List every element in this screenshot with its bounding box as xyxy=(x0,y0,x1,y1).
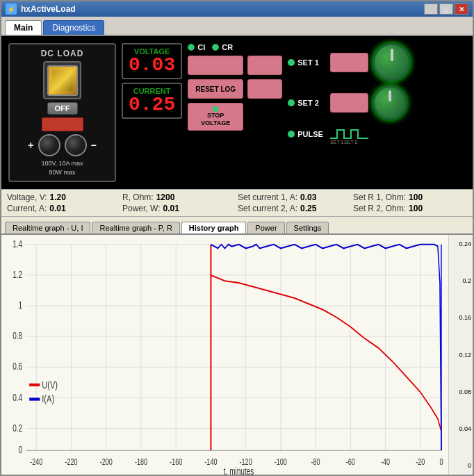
svg-text:-100: -100 xyxy=(275,457,287,467)
off-label: OFF xyxy=(47,102,78,115)
setr1-val: 100 xyxy=(409,192,423,202)
svg-text:SET 2: SET 2 xyxy=(344,140,357,144)
power-switch[interactable] xyxy=(47,65,78,96)
set-section: SET 1 SET 2 xyxy=(288,43,411,182)
window-controls: _ □ ✕ xyxy=(424,3,468,15)
svg-text:-240: -240 xyxy=(30,457,42,467)
current-value: 0.25 xyxy=(129,95,175,115)
voltage-value: 0.03 xyxy=(129,56,175,75)
svg-text:0: 0 xyxy=(439,457,443,467)
ci-radio[interactable]: CI xyxy=(188,43,205,51)
close-button[interactable]: ✕ xyxy=(455,3,468,15)
reset-log-button[interactable]: RESET LOG xyxy=(188,79,243,99)
svg-text:0.8: 0.8 xyxy=(13,331,22,342)
tab-diagnostics[interactable]: Diagnostics xyxy=(43,20,104,35)
cr-led xyxy=(212,44,219,51)
graph-tabs: Realtime graph - U, I Realtime graph - P… xyxy=(1,217,473,235)
pulse-led xyxy=(288,131,295,138)
minimize-button[interactable]: _ xyxy=(424,3,438,15)
instrument-panel: DC LOAD OFF + − 100V, 10A max80W max xyxy=(1,36,473,189)
tab-settings[interactable]: Settings xyxy=(286,222,329,233)
set1-knob[interactable] xyxy=(373,43,411,81)
svg-text:-60: -60 xyxy=(346,457,355,467)
svg-text:1: 1 xyxy=(19,300,23,311)
set2-knob[interactable] xyxy=(373,85,407,120)
ci-cr-row: CI CR xyxy=(188,43,282,51)
setcurrent1-val: 0.03 xyxy=(300,192,316,202)
setr1-key: Set R 1, Ohm: xyxy=(353,192,406,202)
maximize-button[interactable]: □ xyxy=(439,3,453,15)
svg-text:0: 0 xyxy=(19,445,23,456)
svg-rect-2 xyxy=(1,235,448,475)
dc-load-label: DC LOAD xyxy=(41,49,84,58)
svg-text:-20: -20 xyxy=(416,457,425,467)
svg-text:0.6: 0.6 xyxy=(13,361,22,372)
set1-row: SET 1 xyxy=(288,43,411,81)
svg-text:-140: -140 xyxy=(204,457,217,467)
status-setr2: Set R 2, Ohm: 100 xyxy=(353,204,467,213)
switch-inner xyxy=(52,70,73,91)
svg-text:-40: -40 xyxy=(381,457,390,467)
cr-radio[interactable]: CR xyxy=(212,43,233,51)
svg-text:-160: -160 xyxy=(170,457,182,467)
tab-realtime-ui[interactable]: Realtime graph - U, I xyxy=(5,222,90,233)
stop-led xyxy=(213,106,218,112)
status-bar: Voltage, V: 1.20 R, Ohm: 1200 Set curren… xyxy=(1,189,473,217)
pulse-row: PULSE SET 1 SET 2 xyxy=(288,124,411,144)
setcurrent2-key: Set current 2, A: xyxy=(238,204,297,213)
reset-btn-row: RESET LOG xyxy=(188,79,282,99)
y-axis-right: 0.24 0.2 0.16 0.12 0.08 0.04 0 xyxy=(448,235,473,475)
voltage-display: VOLTAGE 0.03 xyxy=(122,43,182,79)
set1-button[interactable] xyxy=(330,53,368,72)
history-graph: 1.4 1.2 1 0.8 0.6 0.4 0.2 0 -240 -220 -2… xyxy=(1,235,448,475)
power-key: Power, W: xyxy=(122,204,160,213)
svg-rect-47 xyxy=(29,384,40,386)
svg-text:SET 1: SET 1 xyxy=(330,140,343,144)
tab-power[interactable]: Power xyxy=(247,222,284,233)
pulse-label: PULSE xyxy=(288,130,323,138)
stop-text-line2: VOLTAGE xyxy=(201,120,230,127)
minus-label: − xyxy=(91,140,97,151)
power-val: 0.01 xyxy=(163,204,179,213)
svg-text:0.4: 0.4 xyxy=(13,392,22,403)
window: ⚡ hxActiveLoad _ □ ✕ Main Diagnostics DC… xyxy=(0,0,474,476)
extra-button[interactable] xyxy=(247,79,282,99)
power-button[interactable] xyxy=(42,117,83,131)
status-setcurrent1: Set current 1, A: 0.03 xyxy=(238,192,352,202)
ci-led xyxy=(188,44,195,51)
current-val: 0.01 xyxy=(49,204,65,213)
stop-btn-row: STOP VOLTAGE xyxy=(188,103,282,131)
cr-button[interactable] xyxy=(247,56,282,75)
voltage-key: Voltage, V: xyxy=(7,192,47,202)
ci-button[interactable] xyxy=(188,56,243,75)
set2-button[interactable] xyxy=(330,93,368,113)
tab-history[interactable]: History graph xyxy=(181,222,247,233)
tab-realtime-pr[interactable]: Realtime graph - P, R xyxy=(92,222,179,233)
set1-label: SET 1 xyxy=(288,58,326,67)
power-switch-container xyxy=(43,61,81,99)
tab-bar: Main Diagnostics xyxy=(1,17,473,36)
setr2-key: Set R 2, Ohm: xyxy=(353,204,406,213)
svg-text:1.4: 1.4 xyxy=(13,239,22,250)
graph-area: 1.4 1.2 1 0.8 0.6 0.4 0.2 0 -240 -220 -2… xyxy=(1,235,473,475)
setr2-val: 100 xyxy=(409,204,423,213)
svg-text:1.2: 1.2 xyxy=(13,270,22,281)
terminal-knob-2 xyxy=(65,134,87,156)
status-r: R, Ohm: 1200 xyxy=(122,192,236,202)
svg-text:I(A): I(A) xyxy=(42,393,54,405)
graph-inner: 1.4 1.2 1 0.8 0.6 0.4 0.2 0 -240 -220 -2… xyxy=(1,235,448,475)
svg-text:0.2: 0.2 xyxy=(13,422,22,434)
svg-rect-49 xyxy=(29,398,40,401)
stop-voltage-button[interactable]: STOP VOLTAGE xyxy=(188,103,243,131)
terminal-knob-1 xyxy=(38,134,60,156)
current-display: CURRENT 0.25 xyxy=(122,83,182,119)
set1-led xyxy=(288,59,295,66)
svg-text:t, minutes: t, minutes xyxy=(224,466,254,475)
tab-main[interactable]: Main xyxy=(5,20,42,35)
controls-section: CI CR RESET LOG xyxy=(188,43,282,182)
plus-label: + xyxy=(28,140,33,151)
status-setcurrent2: Set current 2, A: 0.25 xyxy=(238,204,352,213)
title-bar: ⚡ hxActiveLoad _ □ ✕ xyxy=(1,1,473,17)
svg-text:U(V): U(V) xyxy=(42,379,58,391)
r-val: 1200 xyxy=(156,192,175,202)
